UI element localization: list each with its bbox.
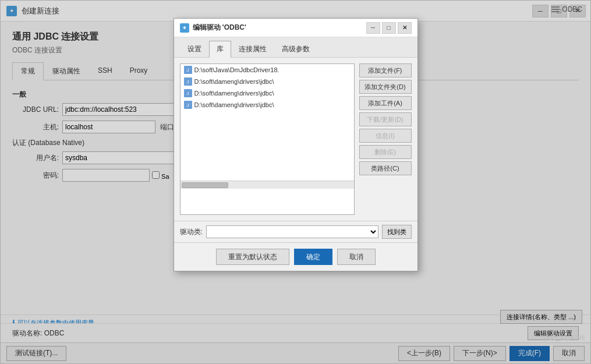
modal-tab-settings[interactable]: 设置 <box>180 41 209 57</box>
modal-close-button[interactable]: ✕ <box>398 22 412 34</box>
add-file-button[interactable]: 添加文件(F) <box>359 63 412 77</box>
find-class-button[interactable]: 找到类 <box>382 225 412 239</box>
modal-minimize-button[interactable]: ─ <box>366 22 380 34</box>
modal-ok-button[interactable]: 确定 <box>294 249 332 265</box>
file-list-section: J D:\soft\Java\DmJdbcDriver18. J D:\soft… <box>180 63 355 215</box>
modal-overlay: ✦ 编辑驱动 'ODBC' ─ □ ✕ 设置 库 连接属性 高级参数 <box>1 1 590 363</box>
modal-title: 编辑驱动 'ODBC' <box>193 23 246 33</box>
driver-class-select[interactable] <box>206 225 378 238</box>
modal-button-column: 添加文件(F) 添加文件夹(D) 添加工件(A) 下载/更新(D) 信息(I) … <box>359 63 412 215</box>
driver-class-label: 驱动类: <box>180 227 203 237</box>
scroll-thumb[interactable] <box>182 182 228 188</box>
modal-app-icon: ✦ <box>180 23 189 33</box>
jar-icon: J <box>184 101 192 109</box>
file-list-scroll[interactable]: J D:\soft\Java\DmJdbcDriver18. J D:\soft… <box>181 64 354 181</box>
reset-button[interactable]: 重置为默认状态 <box>216 249 289 265</box>
download-update-button[interactable]: 下载/更新(D) <box>359 112 412 126</box>
modal-cancel-button[interactable]: 取消 <box>337 249 376 265</box>
file-list-container: J D:\soft\Java\DmJdbcDriver18. J D:\soft… <box>180 63 355 215</box>
jar-icon: J <box>184 77 192 86</box>
list-item[interactable]: J D:\soft\dameng\drivers\jdbc\ <box>181 99 354 111</box>
add-artifact-button[interactable]: 添加工件(A) <box>359 96 412 110</box>
modal-win-controls: ─ □ ✕ <box>366 22 412 34</box>
info-button[interactable]: 信息(I) <box>359 129 412 143</box>
modal-body: J D:\soft\Java\DmJdbcDriver18. J D:\soft… <box>174 58 417 221</box>
modal-footer: 重置为默认状态 确定 取消 <box>174 242 417 271</box>
add-folder-button[interactable]: 添加文件夹(D) <box>359 80 412 94</box>
modal-title-bar: ✦ 编辑驱动 'ODBC' ─ □ ✕ <box>174 19 417 37</box>
jar-icon: J <box>184 66 192 74</box>
list-item[interactable]: J D:\soft\dameng\drivers\jdbc\ <box>181 87 354 99</box>
modal-tab-library[interactable]: 库 <box>209 41 231 58</box>
modal-maximize-button[interactable]: □ <box>382 22 396 34</box>
modal-tabs: 设置 库 连接属性 高级参数 <box>174 37 417 58</box>
modal-dialog: ✦ 编辑驱动 'ODBC' ─ □ ✕ 设置 库 连接属性 高级参数 <box>174 18 418 271</box>
list-item[interactable]: J D:\soft\dameng\drivers\jdbc\ <box>181 76 354 87</box>
main-window: ✦ 创建新连接 ─ □ ✕ ODBC 通用 JDBC 连接设置 ODBC 连接设… <box>0 0 591 364</box>
classpath-button[interactable]: 类路径(C) <box>359 161 412 175</box>
watermark: @dq_3214799 <box>543 334 585 341</box>
modal-tab-conn-props[interactable]: 连接属性 <box>231 41 274 57</box>
modal-tab-advanced[interactable]: 高级参数 <box>274 41 317 57</box>
driver-class-row: 驱动类: 找到类 <box>174 221 417 242</box>
jar-icon: J <box>184 89 192 97</box>
horizontal-scrollbar[interactable] <box>181 181 354 189</box>
list-item[interactable]: J D:\soft\Java\DmJdbcDriver18. <box>181 64 354 76</box>
delete-button[interactable]: 删除(E) <box>359 145 412 159</box>
